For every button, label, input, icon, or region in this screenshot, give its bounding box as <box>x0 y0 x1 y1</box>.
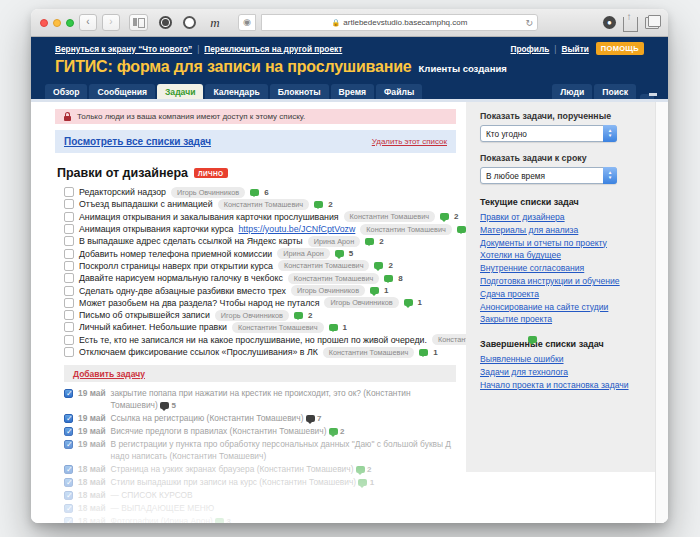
comment-count[interactable]: 2 <box>454 212 458 221</box>
comment-count[interactable]: 8 <box>398 274 402 283</box>
sidebar-toggle-icon[interactable] <box>129 14 148 31</box>
sidebar-completed-list-1[interactable]: Выявленные ошибки <box>480 353 641 366</box>
comment-icon[interactable] <box>370 287 379 294</box>
comment-count[interactable]: 2 <box>367 465 371 474</box>
back-to-overview-link[interactable]: Вернуться к экрану “Что нового” <box>55 44 192 54</box>
forward-button[interactable]: › <box>102 14 120 31</box>
extension-icon-2[interactable] <box>183 16 196 29</box>
minimize-window-button[interactable] <box>53 19 61 27</box>
logout-link[interactable]: Выйти <box>562 44 589 54</box>
todo-checkbox[interactable] <box>64 199 74 209</box>
comment-icon[interactable] <box>384 275 393 282</box>
todo-checkbox[interactable] <box>64 273 74 283</box>
comment-count[interactable]: 5 <box>171 401 175 410</box>
address-bar[interactable]: 🔒 artlebedevstudio.basecamphq.com ↻ <box>261 14 538 31</box>
profile-link[interactable]: Профиль <box>511 44 550 54</box>
todo-checkbox[interactable] <box>64 286 74 296</box>
zoom-window-button[interactable] <box>66 19 74 27</box>
comment-icon[interactable] <box>365 238 374 245</box>
comment-icon[interactable] <box>374 262 383 269</box>
comment-icon[interactable] <box>314 201 323 208</box>
sidebar-current-list-9[interactable]: Закрытие проекта <box>480 313 641 326</box>
comment-icon[interactable] <box>528 336 537 343</box>
comment-icon[interactable] <box>215 518 224 523</box>
extension-icon-1[interactable] <box>159 16 172 29</box>
sidebar-completed-list-2[interactable]: Задачи для технолога <box>480 366 641 379</box>
due-filter-select[interactable]: В любое время ▲▼ <box>480 167 617 184</box>
completed-checkbox[interactable] <box>64 414 73 423</box>
sidebar-current-list-5[interactable]: Внутренние согласования <box>480 262 641 275</box>
comment-count[interactable]: 7 <box>317 414 321 423</box>
todo-checkbox[interactable] <box>64 261 74 271</box>
tab-overview-icon[interactable] <box>645 17 659 29</box>
delete-list-link[interactable]: Удалить этот список <box>372 137 447 146</box>
downloads-icon[interactable]: ● <box>603 16 616 29</box>
sidebar-current-list-3[interactable]: Документы и отчеты по проекту <box>480 237 641 250</box>
comment-count[interactable]: 5 <box>349 249 353 258</box>
comment-icon[interactable] <box>356 466 365 473</box>
comment-icon[interactable] <box>294 312 303 319</box>
sidebar-current-list-2[interactable]: Материалы для анализа <box>480 224 641 237</box>
scrollbar-track[interactable] <box>655 99 668 523</box>
todo-link[interactable]: https://youtu.be/JCNfCptVozw <box>238 224 355 234</box>
comment-icon[interactable] <box>329 324 338 331</box>
comment-icon[interactable] <box>457 226 466 233</box>
comment-icon[interactable] <box>404 299 413 306</box>
back-button[interactable]: ‹ <box>79 14 97 31</box>
share-icon[interactable] <box>623 17 638 32</box>
comment-count[interactable]: 1 <box>343 323 347 332</box>
sidebar-completed-list-3[interactable]: Начало проекта и постановка задачи <box>480 379 641 392</box>
todo-checkbox[interactable] <box>64 335 74 345</box>
comment-icon[interactable] <box>306 415 315 422</box>
completed-checkbox[interactable] <box>64 478 73 487</box>
comment-count[interactable]: 3 <box>226 517 230 523</box>
comment-icon[interactable] <box>329 428 338 435</box>
todo-checkbox[interactable] <box>64 187 74 197</box>
comment-count[interactable]: 2 <box>379 237 383 246</box>
sidebar-current-list-4[interactable]: Хотелки на будущее <box>480 249 641 262</box>
switch-project-link[interactable]: Переключиться на другой проект <box>204 44 342 54</box>
completed-checkbox[interactable] <box>64 491 73 500</box>
comment-icon[interactable] <box>250 189 259 196</box>
comment-icon[interactable] <box>160 402 169 409</box>
comment-count[interactable]: 2 <box>308 311 312 320</box>
sidebar-current-list-1[interactable]: Правки от дизайнера <box>480 211 641 224</box>
comment-count[interactable]: 2 <box>388 261 392 270</box>
completed-checkbox[interactable] <box>64 427 73 436</box>
comment-count[interactable]: 2 <box>340 427 344 436</box>
comment-count[interactable]: 6 <box>264 188 268 197</box>
comment-count[interactable]: 1 <box>370 478 374 487</box>
todo-checkbox[interactable] <box>64 347 74 357</box>
comment-count[interactable]: 2 <box>328 200 332 209</box>
comment-count[interactable]: 1 <box>433 348 437 357</box>
help-button[interactable]: ПОМОЩЬ <box>596 42 644 55</box>
completed-checkbox[interactable] <box>64 440 73 449</box>
comment-count[interactable]: 1 <box>384 286 388 295</box>
todo-checkbox[interactable] <box>64 212 74 222</box>
comment-icon[interactable] <box>440 213 449 220</box>
completed-checkbox[interactable] <box>64 517 73 523</box>
close-window-button[interactable] <box>40 19 48 27</box>
comment-icon[interactable] <box>358 479 367 486</box>
view-all-lists-link[interactable]: Посмотреть все списки задач <box>64 136 211 147</box>
completed-checkbox[interactable] <box>64 465 73 474</box>
comment-count[interactable]: 1 <box>418 298 422 307</box>
assigned-filter-select[interactable]: Кто угодно ▲▼ <box>480 125 617 142</box>
add-task-link[interactable]: Добавить задачу <box>73 369 145 379</box>
todo-checkbox[interactable] <box>64 249 74 259</box>
extension-icon-3[interactable]: m <box>207 16 223 29</box>
todo-checkbox[interactable] <box>64 236 74 246</box>
sidebar-current-list-6[interactable]: Подготовка инструкции и обучение <box>480 275 641 288</box>
sidebar-current-list-8[interactable]: Анонсирование на сайте студии <box>480 301 641 314</box>
todo-checkbox[interactable] <box>64 310 74 320</box>
comment-icon[interactable] <box>335 250 344 257</box>
completed-checkbox[interactable] <box>64 504 73 513</box>
todo-checkbox[interactable] <box>64 224 74 234</box>
comment-icon[interactable] <box>419 349 428 356</box>
sidebar-current-list-7[interactable]: Сдача проекта <box>480 288 641 301</box>
reload-icon[interactable]: ↻ <box>525 18 533 28</box>
reader-view-icon[interactable]: ◉ <box>238 14 256 31</box>
todo-checkbox[interactable] <box>64 322 74 332</box>
todo-checkbox[interactable] <box>64 298 74 308</box>
completed-checkbox[interactable] <box>64 389 73 398</box>
